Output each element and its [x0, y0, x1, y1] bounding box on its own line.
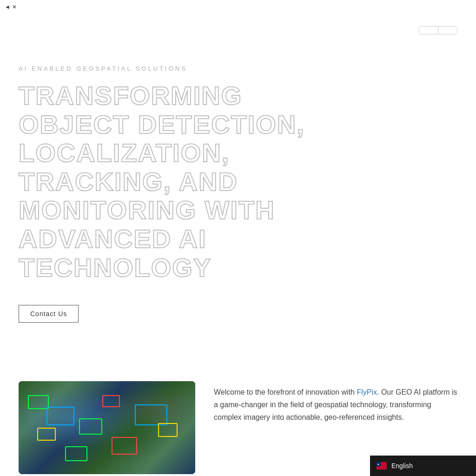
language-selector[interactable]: English [370, 456, 476, 476]
hero-title: TRANSFORMING OBJECT DETECTION, LOCALIZAT… [19, 81, 335, 282]
detection-box-red-2 [102, 395, 120, 407]
header [0, 14, 476, 46]
satellite-overlay [19, 381, 195, 474]
contact-us-button[interactable]: Contact Us [19, 305, 79, 323]
detection-box-blue-1 [46, 407, 74, 425]
description-text-1: Welcome to the forefront of innovation w… [214, 388, 357, 396]
description-text-3: renced insights. [352, 413, 404, 421]
dashboard-image: FlyPix GEO AI Platform ⊞ ☰ [19, 381, 195, 474]
detection-box-green-3 [65, 446, 87, 461]
description-paragraph: Welcome to the forefront of innovation w… [214, 386, 457, 424]
satellite-background [19, 381, 195, 474]
hero-section: AI ENABLED GEOSPATIAL SOLUTIONS TRANSFOR… [0, 46, 476, 323]
description-section: Welcome to the forefront of innovation w… [214, 381, 457, 424]
language-label: English [391, 462, 413, 469]
detection-box-yellow-1 [37, 428, 56, 441]
hero-subtitle: AI ENABLED GEOSPATIAL SOLUTIONS [19, 65, 457, 72]
top-bar: ◄ ✕ [0, 0, 476, 14]
detection-box-yellow-2 [158, 423, 178, 437]
close-icon[interactable]: ✕ [12, 4, 17, 10]
nav-buttons [419, 26, 457, 34]
detection-box-green-2 [79, 418, 102, 435]
detection-box-blue-2 [135, 404, 167, 425]
detection-box-red-1 [112, 437, 137, 455]
flag-icon-us [377, 462, 387, 469]
flypix-brand: FlyPix [357, 388, 377, 396]
collapse-icon[interactable]: ◄ [5, 4, 10, 10]
nav-btn-1[interactable] [419, 26, 438, 34]
collapse-icons[interactable]: ◄ ✕ [5, 4, 17, 10]
detection-box-green-1 [28, 395, 49, 409]
nav-btn-2[interactable] [438, 26, 457, 34]
